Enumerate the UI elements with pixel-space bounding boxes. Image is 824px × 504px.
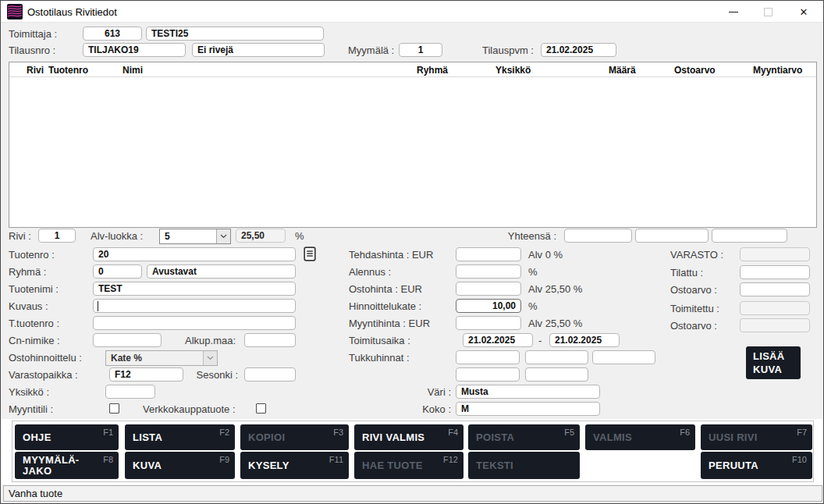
toimittaja-code-field[interactable]: 613 (83, 27, 142, 41)
tukkuhinta-field-4[interactable] (456, 367, 520, 382)
peruuta-button[interactable]: PERUUTAF10 (701, 452, 812, 479)
myymalajako-fkey: F8 (103, 455, 113, 464)
ostoarvo-toimitettu-label: Ostoarvo : (670, 320, 717, 332)
alv-luokka-select[interactable]: 5 (159, 229, 231, 244)
alennus-field[interactable] (456, 264, 521, 279)
tukkuhinta-field-5[interactable] (525, 367, 588, 382)
varastopaikka-field[interactable]: F12 (109, 367, 183, 382)
app-icon (7, 4, 23, 20)
kuva-button[interactable]: KUVAF9 (125, 452, 235, 479)
myymala-field[interactable]: 1 (399, 43, 442, 57)
uusi-rivi-label: UUSI RIVI (709, 431, 758, 443)
rivi-field[interactable]: 1 (38, 229, 76, 243)
toimittaja-name-field[interactable]: TESTI25 (146, 27, 324, 41)
kopioi-label: KOPIOI (248, 431, 285, 443)
document-icon[interactable] (304, 247, 316, 261)
status-bar: Vanha tuote (3, 485, 822, 502)
col-nimi: Nimi (123, 65, 143, 76)
koko-field[interactable]: M (456, 402, 600, 416)
status-text: Vanha tuote (9, 488, 62, 499)
chevron-down-icon (203, 351, 217, 365)
close-icon: ✕ (800, 6, 808, 18)
ostohinnoittelu-select: Kate % (105, 350, 218, 366)
maximize-button[interactable] (755, 1, 781, 23)
peruuta-label: PERUUTA (709, 460, 758, 471)
varasto-field (740, 247, 810, 261)
teksti-button: TEKSTI (468, 452, 580, 479)
alkup-maa-field[interactable] (244, 333, 296, 347)
myyntitili-checkbox[interactable] (109, 403, 119, 413)
ryhma-code-field[interactable]: 0 (93, 264, 142, 279)
ostoarvo-tilattu-label: Ostoarvo : (670, 284, 717, 296)
kopioi-button: KOPIOIF3 (240, 424, 349, 450)
vari-label: Väri : (391, 386, 451, 398)
alennus-suffix: % (528, 266, 538, 278)
minimize-icon (729, 12, 738, 12)
cn-nimike-label: Cn-nimike : (9, 335, 60, 346)
kuva-label: KUVA (133, 460, 162, 471)
ostohinta-label: Ostohinta : EUR (349, 283, 422, 295)
t-tuotenro-field[interactable] (93, 316, 296, 330)
col-tuotenro: Tuotenro (48, 65, 88, 76)
toimitusaika-from-field[interactable]: 21.02.2025 (463, 333, 533, 347)
hinnoittelukate-field[interactable]: 10,00 (456, 299, 521, 313)
rivi-valmis-fkey: F4 (448, 428, 458, 437)
col-yksikko: Yksikkö (495, 65, 531, 76)
ohje-button[interactable]: OHJEF1 (15, 424, 119, 450)
lista-button[interactable]: LISTAF2 (125, 424, 235, 450)
tehdashinta-field[interactable] (456, 247, 521, 261)
hae-tuote-label: HAE TUOTE (362, 460, 423, 471)
tukkuhinta-field-1[interactable] (456, 350, 520, 364)
tuotenimi-field[interactable]: TEST (93, 282, 296, 296)
cn-nimike-field[interactable] (93, 333, 162, 347)
sesonki-field[interactable] (244, 367, 296, 382)
tukkuhinta-field-3[interactable] (592, 350, 655, 364)
rivi-valmis-button[interactable]: RIVI VALMISF4 (354, 424, 464, 450)
ostohinta-field[interactable] (456, 282, 521, 296)
tukkuhinta-field-2[interactable] (525, 350, 588, 364)
toimitettu-label: Toimitettu : (670, 303, 719, 314)
tilauspvm-field[interactable]: 21.02.2025 (541, 43, 616, 57)
toimittaja-label: Toimittaja : (9, 28, 57, 40)
myyntihinta-suffix: Alv 25,50 % (528, 318, 582, 329)
yhteensa-field-3 (712, 229, 787, 243)
lista-label: LISTA (133, 431, 162, 443)
ostoarvo-tilattu-field[interactable] (740, 282, 810, 296)
rivi-valmis-label: RIVI VALMIS (362, 431, 424, 443)
tuotenro-field[interactable]: 20 (93, 247, 296, 261)
maximize-icon (764, 8, 772, 16)
yhteensa-field-1 (564, 229, 632, 243)
verkkokauppatuote-checkbox[interactable] (256, 403, 266, 413)
kuvaus-field[interactable] (93, 299, 296, 313)
kuvaus-label: Kuvaus : (9, 300, 48, 312)
yksikko-field[interactable] (105, 385, 155, 399)
tehdashinta-label: Tehdashinta : EUR (349, 249, 433, 261)
minimize-button[interactable] (720, 1, 747, 23)
alennus-label: Alennus : (349, 266, 391, 278)
lisaa-kuva-button[interactable]: LISÄÄ KUVA (746, 346, 801, 379)
tilauspvm-label: Tilauspvm : (482, 44, 534, 56)
myyntihinta-field[interactable] (456, 316, 521, 330)
close-button[interactable]: ✕ (790, 1, 817, 23)
rivit-info-field: Ei rivejä (192, 43, 325, 57)
vari-field[interactable]: Musta (456, 385, 600, 399)
tilattu-field[interactable] (740, 265, 810, 279)
hinnoittelukate-label: Hinnoittelukate : (349, 300, 421, 312)
valmis-button: VALMISF6 (585, 424, 695, 450)
tukkuhinnat-label: Tukkuhinnat : (349, 352, 410, 364)
varasto-label: VARASTO : (670, 249, 723, 261)
alkup-maa-label: Alkup.maa: (185, 335, 236, 346)
ostohinnoittelu-value: Kate % (111, 353, 142, 364)
chevron-down-icon[interactable] (216, 229, 230, 243)
hae-tuote-button: HAE TUOTEF12 (354, 452, 464, 479)
kysely-button[interactable]: KYSELYF11 (240, 452, 349, 479)
toimitusaika-to-field[interactable]: 21.02.2025 (549, 333, 620, 347)
ryhma-name-field: Avustavat (147, 264, 296, 279)
col-myyntiarvo: Myyntiarvo (753, 65, 802, 76)
tilausnro-field[interactable]: TILJAKO19 (83, 43, 186, 57)
myymala-label: Myymälä : (348, 44, 394, 56)
tuotenimi-label: Tuotenimi : (9, 283, 59, 295)
alv-luokka-label: Alv-luokka : (91, 230, 143, 242)
myymalajako-button[interactable]: MYYMÄLÄ-JAKOF8 (15, 452, 119, 479)
peruuta-fkey: F10 (792, 455, 807, 464)
